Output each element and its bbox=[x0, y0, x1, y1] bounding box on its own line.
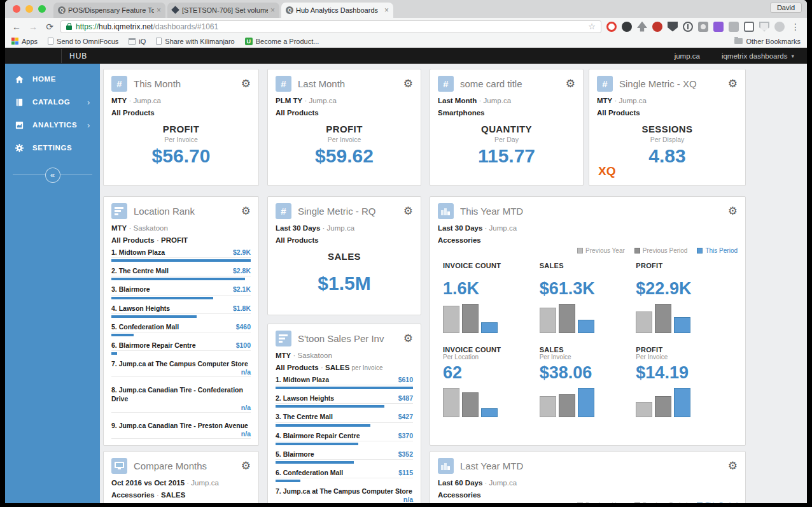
chevron-right-icon: › bbox=[87, 97, 90, 107]
analytics-icon bbox=[15, 120, 24, 130]
extension-icon-7[interactable] bbox=[698, 22, 708, 32]
close-tab-icon[interactable]: × bbox=[270, 6, 275, 15]
sidebar: HOME CATALOG › ANALYTICS › SETTINGS « bbox=[5, 64, 100, 503]
extension-icon-5[interactable] bbox=[668, 22, 678, 32]
rank-list: 1. Midtown Plaza$610 2. Lawson Heights$4… bbox=[276, 375, 413, 503]
gear-icon[interactable]: ⚙ bbox=[241, 206, 251, 217]
metric-qualifier: Per Invoice bbox=[276, 136, 413, 144]
org-label: jump.ca bbox=[675, 52, 700, 60]
address-bar[interactable]: https://hub.iqmetrix.net/dashboards/#106… bbox=[60, 20, 601, 33]
close-window-button[interactable] bbox=[13, 5, 20, 13]
secure-lock-icon bbox=[66, 23, 72, 30]
mini-bar-chart bbox=[443, 304, 540, 333]
card-title: This Year MTD bbox=[460, 206, 728, 217]
rank-item: 3. Blairmore$2.1K bbox=[111, 285, 251, 299]
zoom-window-button[interactable] bbox=[38, 5, 46, 13]
legend-swatch bbox=[697, 503, 703, 503]
metric-cell: SALES Per Invoice $38.06 bbox=[540, 346, 636, 417]
hub-brand: HUB bbox=[61, 49, 95, 63]
gear-icon[interactable]: ⚙ bbox=[728, 206, 738, 217]
card-this-month: # This Month ⚙ MTY · Jump.ca All Product… bbox=[103, 69, 259, 186]
gear-icon[interactable]: ⚙ bbox=[566, 78, 575, 89]
reload-button[interactable]: ⟳ bbox=[44, 22, 55, 32]
sidebar-item-label: SETTINGS bbox=[32, 144, 72, 152]
bookmark-item[interactable]: Share with Kilimanjaro bbox=[156, 38, 234, 45]
user-menu[interactable]: iqmetrix dashboards ▾ bbox=[722, 52, 794, 60]
sidebar-item-catalog[interactable]: CATALOG › bbox=[5, 90, 100, 113]
back-button[interactable]: ← bbox=[11, 22, 22, 32]
gear-icon[interactable]: ⚙ bbox=[403, 333, 413, 344]
gear-icon[interactable]: ⚙ bbox=[403, 206, 413, 217]
browser-tab[interactable]: Q POS/Dispensary Feature Togg × bbox=[53, 3, 165, 18]
bookmark-item[interactable]: Send to OmniFocus bbox=[48, 38, 118, 45]
bookmark-star-icon[interactable]: ☆ bbox=[588, 22, 596, 31]
metric-qualifier bbox=[276, 263, 413, 271]
url-path: /dashboards/#1061 bbox=[153, 22, 218, 31]
rank-icon bbox=[276, 331, 291, 346]
rank-list: 1. Midtown Plaza$2.9K 2. The Centre Mall… bbox=[111, 248, 251, 446]
extension-icon-1[interactable] bbox=[606, 22, 617, 32]
profile-button[interactable]: David bbox=[770, 3, 802, 13]
close-tab-icon[interactable]: × bbox=[384, 6, 389, 15]
bookmark-label: Other Bookmarks bbox=[746, 38, 801, 45]
legend-swatch bbox=[577, 503, 583, 503]
single-metric-hash-icon: # bbox=[276, 76, 291, 92]
sidebar-item-home[interactable]: HOME bbox=[5, 68, 100, 90]
forward-button[interactable]: → bbox=[27, 22, 39, 32]
card-title: some card title bbox=[460, 78, 566, 89]
card-scope: Last Month · Jump.ca bbox=[438, 96, 575, 106]
extension-icon-3[interactable] bbox=[637, 22, 647, 32]
extension-icon-9[interactable] bbox=[729, 22, 739, 32]
extension-icon-8[interactable] bbox=[713, 22, 724, 32]
grid-icon bbox=[129, 38, 136, 45]
close-tab-icon[interactable]: × bbox=[157, 6, 161, 15]
extension-icon-11[interactable] bbox=[759, 22, 769, 32]
apps-bookmark[interactable]: Apps bbox=[11, 38, 38, 45]
extension-icon-4[interactable] bbox=[652, 22, 662, 32]
bookmark-item[interactable]: U Become a Product... bbox=[245, 38, 319, 45]
rank-item: 2. The Centre Mall$2.8K bbox=[111, 266, 251, 280]
tab-title: Hub Analytics Dashboards bbox=[296, 6, 382, 14]
q-favicon: Q bbox=[58, 6, 66, 14]
gear-icon[interactable]: ⚙ bbox=[241, 78, 251, 89]
card-scope: Last 30 Days · Jump.ca bbox=[438, 224, 738, 234]
other-bookmarks[interactable]: Other Bookmarks bbox=[734, 38, 801, 45]
browser-menu-icon[interactable]: ⋮ bbox=[790, 22, 801, 32]
card-scope: Last 30 Days · Jump.ca bbox=[276, 224, 413, 234]
app-header: HUB jump.ca iqmetrix dashboards ▾ bbox=[5, 48, 807, 64]
extension-icon-2[interactable] bbox=[622, 22, 632, 32]
bookmark-item[interactable]: iQ bbox=[129, 38, 146, 45]
legend-swatch bbox=[697, 248, 703, 254]
card-scope: Last 60 Days · Jump.ca bbox=[438, 478, 738, 489]
rank-item: 5. Blairmore$352 bbox=[276, 450, 413, 464]
window-controls bbox=[13, 5, 46, 13]
card-single-metric-xq: # Single Metric - XQ ⚙ MTY · Jump.ca All… bbox=[589, 69, 746, 186]
sidebar-item-analytics[interactable]: ANALYTICS › bbox=[5, 113, 100, 136]
metric-block: SALES $1.5M bbox=[276, 251, 413, 294]
card-title: S'toon Sales Per Inv bbox=[298, 333, 403, 344]
gear-icon[interactable]: ⚙ bbox=[728, 461, 738, 471]
sidebar-item-settings[interactable]: SETTINGS bbox=[5, 136, 100, 159]
compare-months-icon bbox=[111, 458, 127, 474]
gear-icon[interactable]: ⚙ bbox=[728, 78, 738, 89]
browser-tab-active[interactable]: Q Hub Analytics Dashboards × bbox=[281, 3, 393, 18]
minimize-window-button[interactable] bbox=[25, 5, 33, 13]
metric-qualifier: Per Display bbox=[597, 136, 738, 144]
card-filter: All Products bbox=[111, 108, 251, 118]
card-last-month: # Last Month ⚙ PLM TY · Jump.ca All Prod… bbox=[267, 69, 421, 186]
settings-gear-icon bbox=[15, 143, 24, 153]
browser-tab[interactable]: [STETSON-706] Set volume p × bbox=[167, 3, 279, 18]
single-metric-hash-icon: # bbox=[276, 203, 291, 219]
mini-bar-chart bbox=[636, 304, 732, 333]
card-title: Single Metric - XQ bbox=[619, 78, 728, 89]
gear-icon[interactable]: ⚙ bbox=[403, 78, 413, 89]
gear-icon[interactable]: ⚙ bbox=[241, 461, 251, 471]
extension-icon-6[interactable] bbox=[683, 22, 693, 32]
legend-previous-year: Previous Year bbox=[577, 502, 625, 503]
card-title: Last Month bbox=[298, 78, 403, 89]
card-filter: All Products bbox=[276, 236, 413, 246]
extension-icon-12[interactable] bbox=[774, 22, 785, 32]
extension-icon-10[interactable] bbox=[744, 22, 754, 32]
udemy-icon: U bbox=[245, 38, 253, 45]
sidebar-collapse-button[interactable]: « bbox=[45, 168, 60, 183]
